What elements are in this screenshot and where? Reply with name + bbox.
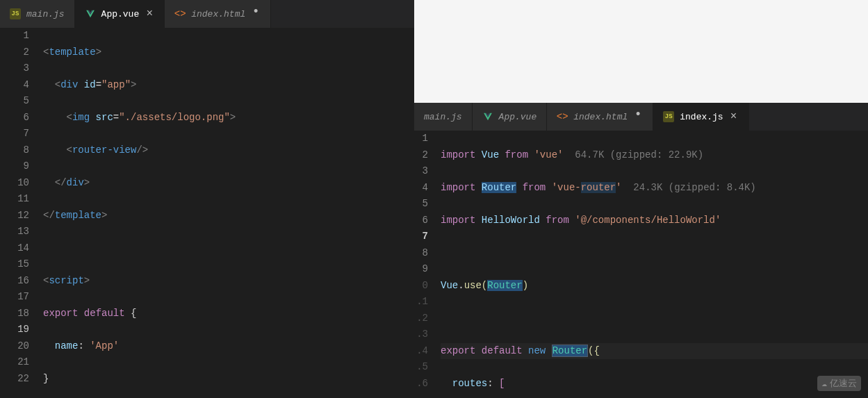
- kw-import: import: [441, 149, 475, 160]
- kw-from2: from: [523, 182, 546, 193]
- tab-index-html[interactable]: <> index.html •: [165, 0, 271, 28]
- id-router-arg: Router: [487, 280, 522, 291]
- watermark-text: 亿速云: [830, 377, 857, 390]
- tab-main-js-r[interactable]: main.js: [414, 103, 473, 131]
- close-icon[interactable]: ×: [145, 8, 154, 20]
- fn-use: use: [464, 280, 482, 291]
- str-hello: '@/components/HelloWorld': [575, 215, 721, 226]
- kw-from3: from: [546, 215, 569, 226]
- left-editor-pane: JS main.js App.vue × <> index.html • 123…: [0, 0, 414, 398]
- val-app: "app": [101, 79, 131, 90]
- tab-app-vue[interactable]: App.vue ×: [75, 0, 165, 28]
- val-logo: "./assets/logo.png": [119, 112, 230, 123]
- kw-from: from: [505, 149, 528, 160]
- tag-div: div: [60, 79, 78, 90]
- right-line-gutter: 1 2 3 4 5 6 7 8 9 0 .1 .2 .3 .4 .5 .6: [414, 131, 435, 398]
- prop-name: name: [55, 340, 79, 351]
- tab-index-html-r[interactable]: <> index.html •: [547, 103, 653, 131]
- prop-routes: routes: [452, 378, 487, 389]
- tag-template: template: [49, 47, 95, 58]
- html-icon: <>: [557, 111, 568, 122]
- tab-label: App.vue: [499, 112, 537, 122]
- tab-app-vue-r[interactable]: App.vue: [473, 103, 548, 131]
- kw-export: export: [43, 308, 78, 319]
- tab-index-js-r[interactable]: JS index.js ×: [653, 103, 748, 131]
- attr-id: id: [84, 79, 96, 90]
- id-router-new: Router: [552, 345, 588, 357]
- left-editor-body[interactable]: 12345678910111213141516171819202122 <tem…: [0, 28, 414, 398]
- val-app-str: 'App': [90, 340, 119, 351]
- tab-label: App.vue: [101, 9, 140, 19]
- watermark-badge: ☁ 亿速云: [817, 376, 861, 391]
- tag-router-view: router-view: [72, 144, 136, 156]
- tab-label: index.js: [680, 112, 723, 122]
- right-editor-pane: main.js App.vue <> index.html • JS index…: [414, 0, 868, 398]
- vue-use: Vue: [441, 280, 458, 291]
- left-line-gutter: 12345678910111213141516171819202122: [0, 28, 43, 398]
- tab-label: main.js: [26, 9, 65, 19]
- left-code-area[interactable]: <template> <div id="app"> <img src="./as…: [43, 28, 414, 398]
- blank-top-area: [414, 0, 868, 103]
- right-code-area[interactable]: import Vue from 'vue' 64.7K (gzipped: 22…: [435, 131, 868, 398]
- html-icon: <>: [174, 8, 186, 19]
- tag-div-close: div: [67, 177, 84, 188]
- tag-img: img: [72, 112, 90, 123]
- tab-label: index.html: [191, 9, 245, 19]
- str-vue: 'vue': [534, 149, 563, 160]
- id-vue: Vue: [482, 149, 499, 160]
- vue-icon: [85, 8, 96, 19]
- size-router: 24.3K (gzipped: 8.4K): [633, 182, 755, 193]
- kw-export-r: export: [441, 345, 475, 356]
- js-icon: JS: [10, 8, 21, 19]
- kw-new: new: [528, 345, 546, 356]
- tab-main-js[interactable]: JS main.js: [0, 0, 75, 28]
- vue-icon: [482, 111, 493, 122]
- js-icon: JS: [663, 111, 674, 122]
- tag-template-close: template: [55, 210, 101, 221]
- size-vue: 64.7K (gzipped: 22.9K): [575, 149, 703, 160]
- tab-label: index.html: [573, 112, 628, 122]
- kw-default: default: [84, 308, 125, 319]
- tag-script: script: [49, 275, 83, 286]
- kw-import2: import: [441, 182, 475, 193]
- id-hello: HelloWorld: [482, 215, 540, 226]
- id-router: Router: [482, 182, 516, 193]
- right-editor-body[interactable]: 1 2 3 4 5 6 7 8 9 0 .1 .2 .3 .4 .5 .6 im…: [414, 131, 868, 398]
- tab-label: main.js: [424, 112, 462, 122]
- attr-src: src: [96, 112, 113, 123]
- right-tab-bar: main.js App.vue <> index.html • JS index…: [414, 103, 868, 131]
- kw-default-r: default: [482, 345, 523, 356]
- kw-import3: import: [441, 215, 475, 226]
- close-icon[interactable]: ×: [729, 110, 739, 123]
- left-tab-bar: JS main.js App.vue × <> index.html •: [0, 0, 414, 28]
- cloud-icon: ☁: [821, 378, 827, 389]
